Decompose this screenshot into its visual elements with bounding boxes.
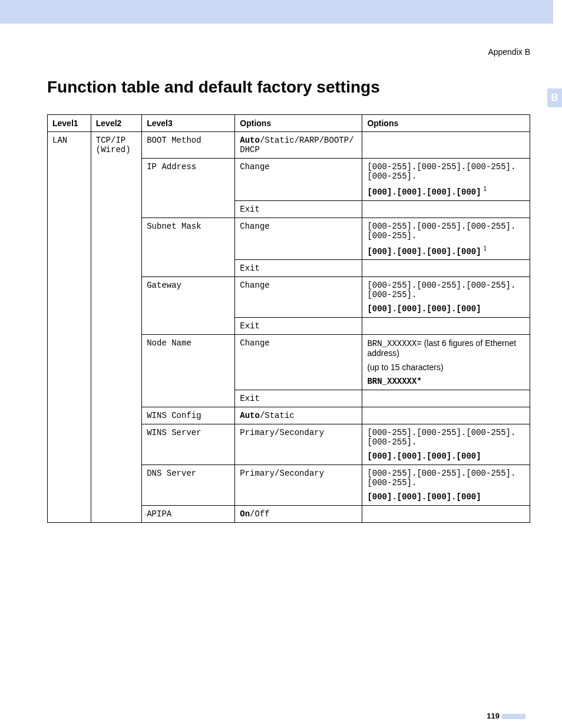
- cell-options: Primary/Secondary: [235, 465, 362, 506]
- cell-detail: [000-255].[000-255].[000-255].[000-255].…: [362, 424, 530, 465]
- cell-options: Change: [235, 277, 362, 318]
- col-options2: Options: [362, 115, 530, 132]
- cell-level2: TCP/IP(Wired): [91, 132, 141, 523]
- table-header-row: Level1 Level2 Level3 Options Options: [48, 115, 530, 132]
- cell-empty: [362, 200, 530, 218]
- cell-level1: LAN: [48, 132, 91, 523]
- cell-level3: DNS Server: [142, 465, 235, 506]
- cell-level3: Gateway: [142, 277, 235, 335]
- cell-options: Exit: [235, 318, 362, 335]
- cell-detail: [000-255].[000-255].[000-255].[000-255].…: [362, 218, 530, 260]
- cell-options: Exit: [235, 260, 362, 277]
- cell-detail: [000-255].[000-255].[000-255].[000-255].…: [362, 159, 530, 201]
- col-options1: Options: [235, 115, 362, 132]
- cell-options: Auto/Static: [235, 407, 362, 424]
- cell-empty: [362, 506, 530, 523]
- cell-detail: [000-255].[000-255].[000-255].[000-255].…: [362, 277, 530, 318]
- cell-options: Exit: [235, 390, 362, 407]
- cell-options: Change: [235, 159, 362, 201]
- cell-detail: [000-255].[000-255].[000-255].[000-255].…: [362, 465, 530, 506]
- cell-level3: Subnet Mask: [142, 218, 235, 277]
- cell-level3: WINS Server: [142, 424, 235, 465]
- col-level3: Level3: [142, 115, 235, 132]
- cell-level3: IP Address: [142, 159, 235, 218]
- appendix-label: Appendix B: [47, 47, 530, 57]
- cell-options: Change: [235, 218, 362, 260]
- cell-options: Exit: [235, 200, 362, 218]
- cell-options: Auto/Static/RARP/BOOTP/ DHCP: [235, 132, 362, 159]
- function-table: Level1 Level2 Level3 Options Options LAN…: [47, 114, 530, 523]
- cell-detail: BRN_XXXXXX= (last 6 figures of Ethernet …: [362, 335, 530, 390]
- cell-level3: APIPA: [142, 506, 235, 523]
- cell-level3: Node Name: [142, 335, 235, 407]
- cell-level3: BOOT Method: [142, 132, 235, 159]
- cell-empty: [362, 318, 530, 335]
- page-title: Function table and default factory setti…: [47, 78, 530, 97]
- cell-options: Change: [235, 335, 362, 390]
- cell-empty: [362, 390, 530, 407]
- cell-empty: [362, 132, 530, 159]
- cell-empty: [362, 260, 530, 277]
- cell-level3: WINS Config: [142, 407, 235, 424]
- table-row: LAN TCP/IP(Wired) BOOT Method Auto/Stati…: [48, 132, 530, 159]
- cell-options: Primary/Secondary: [235, 424, 362, 465]
- page-number: 119: [47, 711, 530, 720]
- top-band: [0, 0, 553, 24]
- cell-options: On/Off: [235, 506, 362, 523]
- col-level2: Level2: [91, 115, 141, 132]
- col-level1: Level1: [48, 115, 91, 132]
- appendix-tab: B: [547, 88, 562, 107]
- cell-empty: [362, 407, 530, 424]
